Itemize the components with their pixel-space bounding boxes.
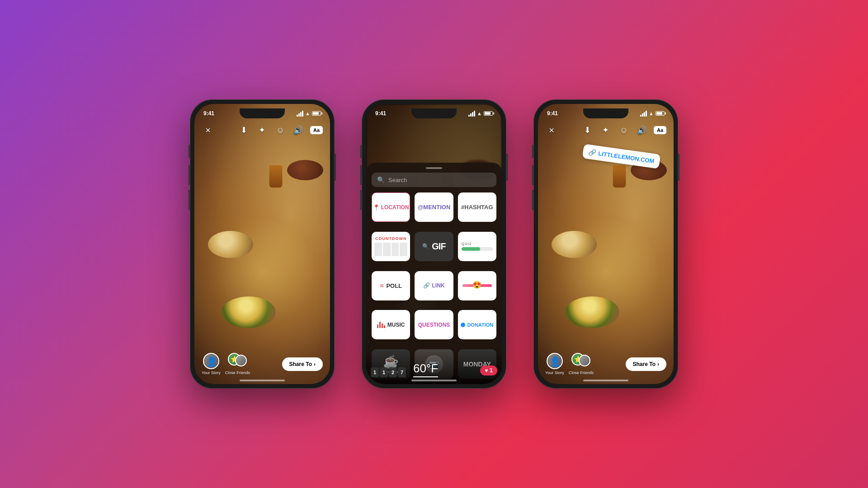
music-sticker[interactable]: MUSIC [372, 310, 410, 339]
close-friends-avatar [228, 353, 247, 369]
story-bg-right [538, 104, 674, 384]
share-to-button-right[interactable]: Share To › [626, 357, 666, 371]
status-time-middle: 9:41 [375, 110, 386, 117]
face-button-right[interactable]: ☺ [618, 124, 630, 136]
close-friends-option-right[interactable]: Close Friends [569, 353, 594, 375]
battery-icon [312, 111, 321, 116]
toolbar: × ⬇ ✦ ☺ 🔊 Aa [194, 120, 330, 140]
chain-icon: 🔗 [423, 282, 430, 289]
your-story-option[interactable]: Your Story [202, 353, 221, 375]
story-options: Your Story Close Friends [202, 353, 250, 375]
sticker-search-bar[interactable]: 🔍 Search [372, 173, 496, 187]
toolbar-right-phone: × ⬇ ✦ ☺ 🔊 Aa [538, 120, 674, 140]
home-indicator [240, 380, 285, 381]
share-to-button[interactable]: Share To › [282, 357, 323, 371]
close-button[interactable]: × [202, 124, 214, 136]
sparkle-button-right[interactable]: ✦ [599, 124, 612, 136]
countdown-sticker[interactable]: COUNTDOWN [372, 232, 410, 261]
picker-handle [426, 167, 442, 169]
digit-3: 2 [389, 367, 397, 377]
poll-sticker[interactable]: ≡ POLL [372, 271, 410, 300]
like-count: 1 [490, 367, 493, 374]
wifi-icon: ▲ [305, 111, 310, 116]
audio-button-right[interactable]: 🔊 [636, 124, 648, 136]
digit-1: 1 [371, 367, 379, 377]
text-button[interactable]: Aa [310, 126, 323, 134]
share-to-label-right: Share To [633, 361, 656, 367]
audio-button[interactable]: 🔊 [292, 124, 305, 136]
notch-right [583, 108, 628, 118]
wifi-icon-middle: ▲ [477, 111, 482, 116]
status-time: 9:41 [203, 110, 214, 117]
link-label: LINK [432, 282, 444, 289]
quiz-sticker[interactable]: QUIZ [458, 232, 496, 261]
toolbar-right-icons: ⬇ ✦ ☺ 🔊 Aa [581, 124, 666, 136]
donation-sticker[interactable]: DONATION [458, 310, 496, 339]
signal-icon [297, 111, 303, 117]
battery-icon-right [656, 111, 665, 116]
hashtag-sticker[interactable]: #HASHTAG [458, 192, 496, 222]
share-arrow-icon: › [314, 361, 316, 367]
text-button-right[interactable]: Aa [654, 126, 666, 134]
digit-2: 1 [380, 367, 388, 377]
close-friends-option[interactable]: Close Friends [225, 353, 250, 375]
toolbar-right: ⬇ ✦ ☺ 🔊 Aa [238, 124, 323, 136]
link-sticker[interactable]: 🔗 LINK [415, 271, 453, 300]
bottom-bar-right: Your Story Close Friends Share To › [538, 353, 674, 375]
emoji-slider-sticker[interactable]: 😍 [458, 271, 496, 300]
home-indicator-middle [411, 380, 457, 381]
status-time-right: 9:41 [547, 110, 558, 117]
search-icon: 🔍 [377, 176, 385, 183]
like-badge: ♥ 1 [480, 366, 497, 375]
right-phone: 🔗 LITTLELEMON.COM 9:41 ▲ × ⬇ ✦ [533, 99, 678, 389]
location-sticker[interactable]: 📍 LOCATION [372, 192, 410, 222]
close-friends-label-right: Close Friends [569, 371, 594, 375]
share-arrow-icon-right: › [657, 361, 659, 367]
link-chain-icon: 🔗 [588, 148, 597, 156]
status-icons-middle: ▲ [468, 111, 493, 117]
digit-4: 7 [398, 367, 406, 377]
sparkle-button[interactable]: ✦ [256, 124, 269, 136]
story-background [194, 104, 330, 384]
notch [240, 108, 285, 118]
search-placeholder: Search [388, 177, 407, 183]
mention-label: @MENTION [418, 204, 451, 211]
hashtag-label: #HASHTAG [461, 204, 493, 211]
home-indicator-right [583, 380, 628, 381]
share-to-label: Share To [289, 361, 312, 367]
close-button-right[interactable]: × [545, 124, 558, 136]
bottom-bar: Your Story Close Friends Share To › [194, 353, 330, 375]
gif-sticker[interactable]: 🔍 GIF [415, 232, 453, 261]
your-story-option-right[interactable]: Your Story [545, 353, 564, 375]
your-story-label: Your Story [202, 371, 221, 375]
battery-icon-middle [484, 111, 493, 116]
close-friends-avatar-right [571, 353, 590, 369]
download-button-right[interactable]: ⬇ [581, 124, 594, 136]
notch-middle [411, 108, 457, 118]
your-story-label-right: Your Story [545, 371, 564, 375]
story-options-right: Your Story Close Friends [545, 353, 594, 375]
status-icons: ▲ [297, 111, 321, 117]
left-phone: 9:41 ▲ × ⬇ ✦ ☺ 🔊 Aa [190, 99, 335, 389]
temperature-display: 60°F [413, 361, 438, 377]
face-button[interactable]: ☺ [274, 124, 287, 136]
bottom-overlay: 1 1 2 7 60°F ♥ 1 [366, 348, 502, 384]
your-story-avatar-right [547, 353, 563, 369]
middle-phone: 🔍 Search 📍 LOCATION @MENTION #H [362, 99, 506, 389]
your-story-avatar [203, 353, 219, 369]
status-icons-right: ▲ [640, 111, 665, 117]
location-label: LOCATION [381, 204, 409, 211]
questions-sticker[interactable]: QUESTIONS [415, 310, 453, 339]
wifi-icon-right: ▲ [649, 111, 654, 116]
heart-icon: ♥ [485, 367, 488, 374]
mention-sticker[interactable]: @MENTION [415, 192, 453, 222]
counter-display: 1 1 2 7 [371, 367, 406, 377]
signal-icon-right [640, 111, 647, 117]
signal-icon-middle [468, 111, 475, 117]
download-button[interactable]: ⬇ [238, 124, 250, 136]
close-friends-label: Close Friends [225, 371, 250, 375]
